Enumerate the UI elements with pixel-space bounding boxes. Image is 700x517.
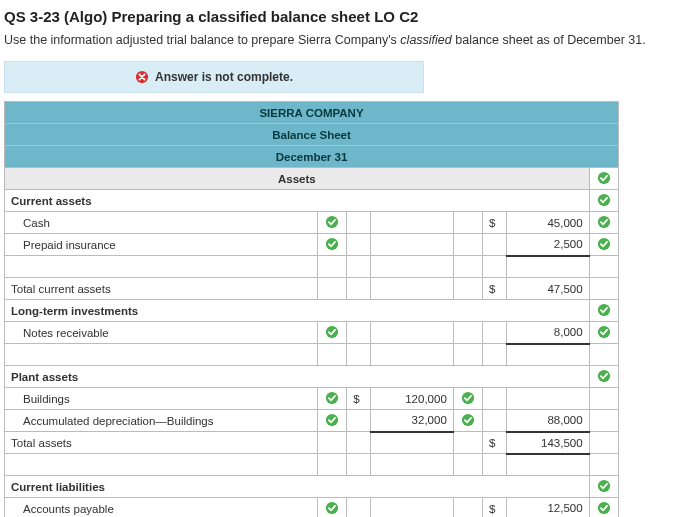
check-circle-icon bbox=[325, 501, 339, 515]
instruction-post: balance sheet as of December 31. bbox=[452, 33, 646, 47]
check-circle-icon bbox=[325, 237, 339, 251]
check-circle-icon bbox=[325, 215, 339, 229]
check-circle-icon bbox=[461, 391, 475, 405]
instruction-text: Use the information adjusted trial balan… bbox=[0, 33, 700, 61]
check-circle-icon bbox=[597, 237, 611, 251]
instruction-pre: Use the information adjusted trial balan… bbox=[4, 33, 400, 47]
check-circle-icon bbox=[597, 303, 611, 317]
row-prepaid-value[interactable]: 2,500 bbox=[507, 234, 590, 256]
row-netplant-value: 88,000 bbox=[507, 410, 590, 432]
row-lti[interactable]: Long-term investments bbox=[5, 300, 590, 322]
row-ta-label: Total assets bbox=[5, 432, 318, 454]
check-circle-icon bbox=[597, 215, 611, 229]
check-circle-icon bbox=[325, 391, 339, 405]
row-blank[interactable] bbox=[5, 454, 318, 476]
row-ap-label[interactable]: Accounts payable bbox=[5, 498, 318, 518]
hdr-stmt: Balance Sheet bbox=[5, 124, 619, 146]
dollar-sign: $ bbox=[483, 498, 507, 518]
check-circle-icon bbox=[597, 325, 611, 339]
row-build-label[interactable]: Buildings bbox=[5, 388, 318, 410]
row-notes-label[interactable]: Notes receivable bbox=[5, 322, 318, 344]
instruction-em: classified bbox=[400, 33, 451, 47]
cell-check bbox=[589, 168, 618, 190]
row-accdep-label[interactable]: Accumulated depreciation—Buildings bbox=[5, 410, 318, 432]
row-accdep-value[interactable]: 32,000 bbox=[371, 410, 454, 432]
dollar-sign: $ bbox=[483, 278, 507, 300]
row-prepaid-label[interactable]: Prepaid insurance bbox=[5, 234, 318, 256]
status-banner: Answer is not complete. bbox=[4, 61, 424, 93]
row-blank[interactable] bbox=[5, 256, 318, 278]
check-circle-icon bbox=[597, 501, 611, 515]
row-build-value[interactable]: 120,000 bbox=[371, 388, 454, 410]
check-circle-icon bbox=[597, 171, 611, 185]
check-circle-icon bbox=[461, 413, 475, 427]
row-ta-value: 143,500 bbox=[507, 432, 590, 454]
row-tca-value: 47,500 bbox=[507, 278, 590, 300]
row-ap-value[interactable]: 12,500 bbox=[507, 498, 590, 518]
check-circle-icon bbox=[597, 479, 611, 493]
row-cl[interactable]: Current liabilities bbox=[5, 476, 590, 498]
page-title: QS 3-23 (Algo) Preparing a classified ba… bbox=[0, 0, 700, 33]
row-cash-label[interactable]: Cash bbox=[5, 212, 318, 234]
row-current-assets[interactable]: Current assets bbox=[5, 190, 590, 212]
row-notes-value[interactable]: 8,000 bbox=[507, 322, 590, 344]
banner-text: Answer is not complete. bbox=[155, 70, 293, 84]
row-tca-label: Total current assets bbox=[5, 278, 318, 300]
dollar-sign: $ bbox=[347, 388, 371, 410]
row-plant[interactable]: Plant assets bbox=[5, 366, 590, 388]
row-blank[interactable] bbox=[5, 344, 318, 366]
section-assets: Assets bbox=[5, 168, 590, 190]
row-cash-value[interactable]: 45,000 bbox=[507, 212, 590, 234]
hdr-date: December 31 bbox=[5, 146, 619, 168]
hdr-company: SIERRA COMPANY bbox=[5, 102, 619, 124]
dollar-sign: $ bbox=[483, 432, 507, 454]
check-circle-icon bbox=[325, 413, 339, 427]
check-circle-icon bbox=[325, 325, 339, 339]
x-circle-icon bbox=[135, 70, 149, 84]
dollar-sign: $ bbox=[483, 212, 507, 234]
check-circle-icon bbox=[597, 193, 611, 207]
balance-sheet-table: SIERRA COMPANY Balance Sheet December 31… bbox=[4, 101, 619, 517]
check-circle-icon bbox=[597, 369, 611, 383]
